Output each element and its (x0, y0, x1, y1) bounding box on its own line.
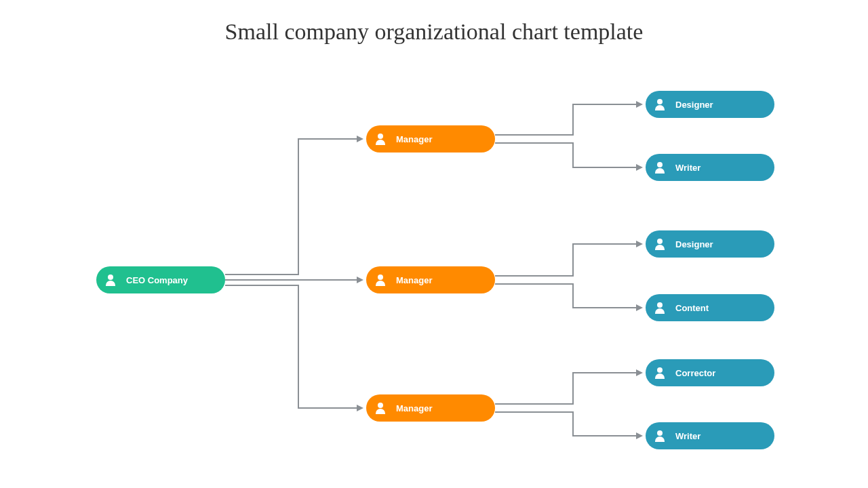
node-role: Designer (646, 91, 774, 118)
node-label: Designer (675, 100, 713, 110)
node-manager: Manager (366, 394, 495, 422)
node-label: Writer (675, 163, 701, 173)
node-label: Manager (396, 275, 432, 285)
node-label: Designer (675, 239, 713, 249)
person-icon (374, 133, 387, 145)
person-icon (654, 367, 666, 379)
person-icon (654, 238, 666, 250)
person-icon (374, 274, 387, 286)
person-icon (374, 402, 387, 414)
node-label: Corrector (675, 368, 715, 378)
node-role: Content (646, 294, 774, 321)
person-icon (104, 274, 117, 286)
node-manager: Manager (366, 266, 495, 293)
person-icon (654, 161, 666, 174)
node-label: Manager (396, 403, 432, 413)
node-role: Corrector (646, 359, 774, 386)
node-label: Manager (396, 134, 432, 144)
page-title: Small company organizational chart templ… (0, 19, 868, 45)
node-role: Designer (646, 230, 774, 258)
node-role: Writer (646, 422, 774, 449)
person-icon (654, 302, 666, 314)
node-label: Content (675, 303, 709, 313)
node-ceo: CEO Company (96, 266, 225, 293)
node-role: Writer (646, 154, 774, 181)
node-label: Writer (675, 431, 701, 441)
node-manager: Manager (366, 125, 495, 152)
node-label: CEO Company (126, 275, 188, 285)
person-icon (654, 430, 666, 442)
person-icon (654, 98, 666, 110)
